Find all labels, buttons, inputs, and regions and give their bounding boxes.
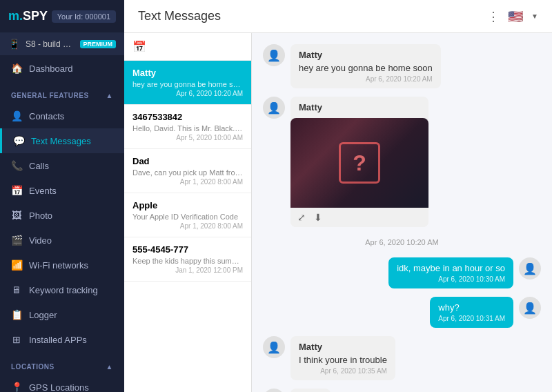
collapse-icon: ▲	[106, 92, 113, 99]
sidebar-item-photo[interactable]: 🖼 Photo	[0, 203, 124, 228]
conv-timestamp: Apr 6, 2020 10:20 AM	[132, 90, 243, 97]
sidebar-item-events[interactable]: 📅 Events	[0, 178, 124, 203]
bubble-time: Apr 6, 2020 10:30 AM	[397, 275, 505, 283]
sidebar-item-video[interactable]: 🎬 Video	[0, 228, 124, 253]
calls-label: Calls	[29, 161, 49, 171]
keyword-icon: 🖥	[11, 284, 22, 295]
bubble-container: Matty hey are you gonna be home soon Apr…	[290, 44, 441, 88]
bubble-sender: Matty	[299, 342, 387, 352]
logo: m.SPY	[8, 9, 48, 23]
message-bubble: Matty	[290, 389, 331, 392]
video-icon: 🎬	[11, 235, 22, 246]
conversation-item-3467533842[interactable]: 3467533842 Hello, David. This is Mr. Bla…	[124, 105, 251, 149]
contacts-icon: 👤	[11, 110, 22, 121]
text-messages-icon: 💬	[13, 135, 24, 146]
bubble-text: I think youre in trouble	[299, 355, 387, 365]
sidebar-item-keyword[interactable]: 🖥 Keyword tracking	[0, 277, 124, 302]
bubble-text: hey are you gonna be home soon	[299, 63, 433, 73]
general-features-label: GENERAL FEATURES	[11, 92, 89, 99]
bubble-container: Matty ? ⤢ ⬇	[290, 97, 428, 227]
device-bar: 📱 S8 - build 13 - 5... PREMIUM	[0, 33, 124, 56]
image-placeholder: ?	[290, 118, 428, 208]
conversation-item-dad[interactable]: Dad Dave, can you pick up Matt from scho…	[124, 149, 251, 193]
bubble-sender: Matty	[290, 97, 428, 115]
download-icon[interactable]: ⬇	[314, 212, 322, 223]
calendar-icon[interactable]: 📅	[132, 41, 146, 52]
avatar: 👤	[519, 257, 541, 280]
main-content: Text Messages ⋮ 🇺🇸 ▼ 📅 Matty hey are you…	[124, 0, 552, 392]
photo-icon: 🖼	[11, 210, 22, 221]
chat-message-received-3: 👤 Matty I think youre in trouble Apr 6, …	[263, 336, 395, 380]
bubble-text: idk, maybe in an hour or so	[397, 263, 505, 273]
calls-icon: 📞	[11, 160, 22, 171]
text-messages-label: Text Messages	[31, 136, 91, 146]
message-bubble: why? Apr 6, 2020 10:31 AM	[430, 297, 513, 328]
gps-icon: 📍	[11, 382, 22, 392]
conv-preview: Dave, can you pick up Matt from schoo...	[132, 168, 243, 177]
wifi-label: Wi-Fi networks	[29, 260, 88, 271]
page-title: Text Messages	[138, 9, 221, 23]
bubble-time: Apr 6, 2020 10:20 AM	[299, 75, 433, 83]
sidebar-item-logger[interactable]: 📋 Logger	[0, 302, 124, 327]
dashboard-icon: 🏠	[11, 63, 22, 74]
sidebar-item-wifi[interactable]: 📶 Wi-Fi networks	[0, 253, 124, 277]
conv-sender: Matty	[132, 68, 243, 78]
events-icon: 📅	[11, 185, 22, 196]
conv-preview: Hello, David. This is Mr. Black. I've no…	[132, 124, 243, 133]
installed-apps-label: Installed APPs	[29, 335, 87, 345]
bubble-text: why?	[438, 302, 505, 313]
chat-message-received-4: 👤 Matty	[263, 389, 331, 392]
bubble-container: idk, maybe in an hour or so Apr 6, 2020 …	[388, 257, 513, 288]
message-bubble: Matty hey are you gonna be home soon Apr…	[290, 44, 441, 88]
wifi-icon: 📶	[11, 259, 22, 271]
bubble-container: why? Apr 6, 2020 10:31 AM	[430, 297, 513, 328]
dashboard-label: Dashboard	[29, 63, 73, 74]
time-divider: Apr 6, 2020 10:20 AM	[263, 238, 541, 246]
message-list: 📅 Matty hey are you gonna be home soon A…	[124, 33, 252, 392]
sidebar-nav: 🏠 Dashboard GENERAL FEATURES ▲ 👤 Contact…	[0, 56, 124, 392]
sidebar: m.SPY Your Id: 000001 📱 S8 - build 13 - …	[0, 0, 124, 392]
locations-collapse-icon: ▲	[106, 363, 113, 371]
dropdown-icon[interactable]: ▼	[531, 12, 538, 20]
expand-icon[interactable]: ⤢	[297, 212, 306, 223]
keyword-label: Keyword tracking	[29, 285, 98, 295]
sidebar-item-text-messages[interactable]: 💬 Text Messages	[0, 128, 124, 153]
conv-timestamp: Apr 5, 2020 10:00 AM	[132, 134, 243, 141]
logo-text: m.SPY	[8, 9, 48, 23]
events-label: Events	[29, 186, 57, 196]
calendar-bar: 📅	[124, 33, 251, 61]
chat-view: 👤 Matty hey are you gonna be home soon A…	[252, 33, 552, 392]
sidebar-item-dashboard[interactable]: 🏠 Dashboard	[0, 56, 124, 81]
device-label: S8 - build 13 - 5...	[26, 39, 75, 49]
conv-preview: Your Apple ID Verification Code	[132, 213, 243, 221]
avatar: 👤	[263, 336, 285, 358]
video-label: Video	[29, 235, 52, 246]
conv-timestamp: Apr 1, 2020 8:00 AM	[132, 222, 243, 230]
conversation-item-555[interactable]: 555-4545-777 Keep the kids happy this su…	[124, 237, 251, 282]
chat-message-sent-1: 👤 idk, maybe in an hour or so Apr 6, 202…	[388, 257, 541, 288]
conversation-item-matty[interactable]: Matty hey are you gonna be home soon Apr…	[124, 61, 251, 105]
image-actions: ⤢ ⬇	[290, 208, 428, 227]
installed-apps-icon: ⊞	[11, 334, 22, 345]
bubble-container: Matty I think youre in trouble Apr 6, 20…	[290, 336, 395, 380]
avatar: 👤	[263, 389, 285, 392]
bubble-time: Apr 6, 2020 10:31 AM	[438, 315, 505, 322]
sidebar-item-contacts[interactable]: 👤 Contacts	[0, 104, 124, 128]
conv-timestamp: Apr 1, 2020 8:00 AM	[132, 178, 243, 186]
topbar-right: ⋮ 🇺🇸 ▼	[487, 9, 538, 24]
conv-timestamp: Jan 1, 2020 12:00 PM	[132, 266, 243, 274]
section-general-features: GENERAL FEATURES ▲	[0, 85, 124, 104]
topbar: Text Messages ⋮ 🇺🇸 ▼	[124, 0, 552, 33]
device-icon: 📱	[8, 39, 20, 50]
message-bubble: Matty ? ⤢ ⬇	[290, 97, 428, 227]
contacts-label: Contacts	[29, 111, 64, 121]
sidebar-item-gps[interactable]: 📍 GPS Locations	[0, 375, 124, 392]
avatar: 👤	[263, 97, 285, 119]
more-options-icon[interactable]: ⋮	[487, 9, 500, 24]
photo-label: Photo	[29, 210, 52, 221]
content-area: 📅 Matty hey are you gonna be home soon A…	[124, 33, 552, 392]
sidebar-item-installed-apps[interactable]: ⊞ Installed APPs	[0, 327, 124, 352]
sidebar-item-calls[interactable]: 📞 Calls	[0, 153, 124, 178]
conversation-item-apple[interactable]: Apple Your Apple ID Verification Code Ap…	[124, 193, 251, 237]
chat-message-received-1: 👤 Matty hey are you gonna be home soon A…	[263, 44, 441, 88]
